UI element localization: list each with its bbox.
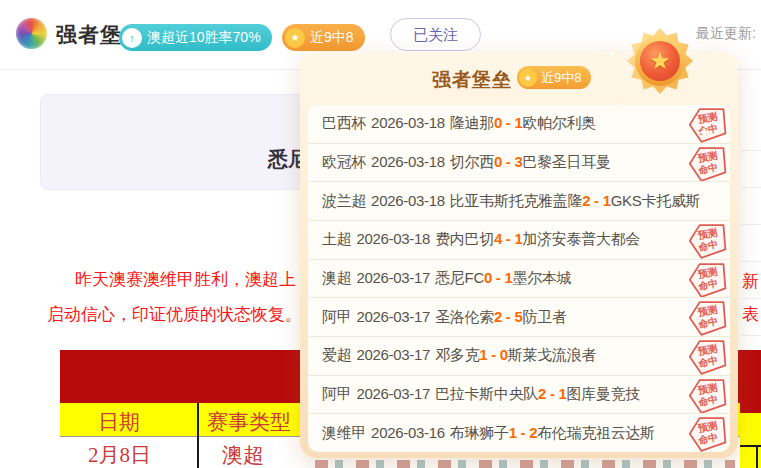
record-home-team: 布琳狮子 <box>450 424 509 441</box>
popup-streak-badge: ★ 近9中8 <box>517 66 591 89</box>
record-score: 4 - 1 <box>494 230 523 247</box>
prediction-hit-stamp-icon: 预测 命中 <box>685 257 730 300</box>
streak-badge-label: 近9中8 <box>310 29 354 47</box>
record-date: 2026-03-17 <box>356 346 430 363</box>
record-away-team: 墨尔本城 <box>512 269 571 286</box>
record-text: 爱超2026-03-17邓多克1 - 0斯莱戈流浪者 <box>322 346 596 365</box>
table-cell-date: 2月8日 <box>88 441 151 468</box>
sparkle-icon: ✦ <box>618 100 626 110</box>
record-score: 0 - 1 <box>494 114 523 131</box>
record-text: 阿甲2026-03-17巴拉卡斯中央队2 - 1图库曼竞技 <box>322 385 640 404</box>
record-league: 澳超 <box>322 269 351 286</box>
record-score: 2 - 1 <box>538 385 567 402</box>
record-text: 波兰超2026-03-18比亚韦斯托克雅盖隆2 - 1GKS卡托威斯 <box>322 192 700 211</box>
table-header-league-type: 赛事类型 <box>207 408 291 436</box>
record-date: 2026-03-18 <box>371 192 445 209</box>
table-border-right-vertical <box>756 445 758 468</box>
record-home-team: 比亚韦斯托克雅盖隆 <box>450 192 582 209</box>
profile-avatar[interactable] <box>16 18 47 49</box>
winrate-badge-label: 澳超近10胜率70% <box>147 29 261 47</box>
record-home-team: 隆迪那 <box>450 114 494 131</box>
background-divider <box>741 261 761 262</box>
record-score: 2 - 1 <box>582 192 611 209</box>
record-home-team: 巴拉卡斯中央队 <box>435 385 538 402</box>
streak-badge: ★ 近9中8 <box>282 24 365 51</box>
background-divider <box>741 335 761 336</box>
background-divider <box>741 224 761 225</box>
background-divider <box>741 298 761 299</box>
up-arrow-icon: ↑ <box>122 28 142 48</box>
record-away-team: 加济安泰普大都会 <box>522 230 640 247</box>
record-row[interactable]: 澳超2026-03-17悉尼FC0 - 1墨尔本城 预测 命中 <box>308 259 730 298</box>
record-date: 2026-03-17 <box>356 308 430 325</box>
record-text: 土超2026-03-18费内巴切4 - 1加济安泰普大都会 <box>322 230 640 249</box>
prediction-record-popup: 强者堡垒 ★ 近9中8 ★ ✦ ✦ ✦ ✦ 巴西杯2026-03-18隆迪那0 … <box>300 52 738 458</box>
table-column-border <box>197 403 199 468</box>
record-away-team: 图库曼竞技 <box>567 385 641 402</box>
record-home-team: 圣洛伦索 <box>435 308 494 325</box>
background-divider <box>741 187 761 188</box>
table-header-date: 日期 <box>98 408 140 436</box>
prediction-hit-stamp-icon: 预测 命中 <box>685 334 730 377</box>
record-league: 阿甲 <box>322 308 351 325</box>
record-score: 1 - 0 <box>479 346 508 363</box>
record-league: 土超 <box>322 230 351 247</box>
prediction-hit-stamp-icon: 预测 命中 <box>685 296 730 339</box>
record-date: 2026-03-18 <box>371 114 445 131</box>
prediction-hit-stamp-icon: 预测 命中 <box>685 218 730 261</box>
record-away-team: 欧帕尔利奥 <box>522 114 596 131</box>
star-icon: ★ <box>285 28 305 48</box>
record-date: 2026-03-18 <box>356 230 430 247</box>
followed-button[interactable]: 已关注 <box>390 18 481 51</box>
table-band-right-sliver <box>740 365 761 413</box>
record-away-team: 布伦瑞克祖云达斯 <box>537 424 655 441</box>
record-away-team: 斯莱戈流浪者 <box>508 346 596 363</box>
star-icon: ★ <box>519 69 537 87</box>
record-score: 0 - 1 <box>484 269 513 286</box>
prediction-hit-stamp-icon: 预测 命中 <box>685 373 730 416</box>
analysis-text-fragment-right1: 新 <box>742 270 759 293</box>
record-row[interactable]: 爱超2026-03-17邓多克1 - 0斯莱戈流浪者 预测 命中 <box>308 336 730 375</box>
record-home-team: 悉尼FC <box>435 269 484 286</box>
record-text: 阿甲2026-03-17圣洛伦索2 - 5防卫者 <box>322 308 567 327</box>
prediction-hit-stamp-icon: 预测 命中 <box>685 141 730 184</box>
record-list: 巴西杯2026-03-18隆迪那0 - 1欧帕尔利奥 预测 命中 欧冠杯2026… <box>308 105 730 452</box>
record-row[interactable]: 土超2026-03-18费内巴切4 - 1加济安泰普大都会 预测 命中 <box>308 220 730 259</box>
record-row[interactable]: 巴西杯2026-03-18隆迪那0 - 1欧帕尔利奥 预测 命中 <box>308 105 730 143</box>
record-row[interactable]: 阿甲2026-03-17圣洛伦索2 - 5防卫者 预测 命中 <box>308 297 730 336</box>
table-cell-league: 澳超 <box>222 441 264 468</box>
record-row[interactable]: 波兰超2026-03-18比亚韦斯托克雅盖隆2 - 1GKS卡托威斯 预测 命中 <box>308 181 730 220</box>
clipped-background-text <box>315 460 735 468</box>
record-home-team: 费内巴切 <box>435 230 494 247</box>
record-row[interactable]: 阿甲2026-03-17巴拉卡斯中央队2 - 1图库曼竞技 预测 命中 <box>308 375 730 414</box>
record-away-team: 防卫者 <box>522 308 566 325</box>
record-league: 澳维甲 <box>322 424 366 441</box>
record-row[interactable]: 欧冠杯2026-03-18切尔西0 - 3巴黎圣日耳曼 预测 命中 <box>308 143 730 182</box>
record-league: 波兰超 <box>322 192 366 209</box>
record-away-team: GKS卡托威斯 <box>611 192 701 209</box>
record-date: 2026-03-17 <box>356 269 430 286</box>
analysis-text-line2: 启动信心，印证优质的状态恢复。 <box>47 303 302 326</box>
record-league: 巴西杯 <box>322 114 366 131</box>
record-home-team: 邓多克 <box>435 346 479 363</box>
record-date: 2026-03-18 <box>371 153 445 170</box>
record-text: 澳超2026-03-17悉尼FC0 - 1墨尔本城 <box>322 269 571 288</box>
popup-streak-label: 近9中8 <box>541 69 581 87</box>
background-divider <box>741 150 761 151</box>
record-date: 2026-03-17 <box>356 385 430 402</box>
record-score: 0 - 3 <box>494 153 523 170</box>
winrate-badge: ↑ 澳超近10胜率70% <box>119 24 272 51</box>
record-text: 欧冠杯2026-03-18切尔西0 - 3巴黎圣日耳曼 <box>322 153 611 172</box>
analysis-text-fragment-right2: 表 <box>742 303 759 326</box>
record-away-team: 巴黎圣日耳曼 <box>522 153 610 170</box>
record-score: 2 - 5 <box>494 308 523 325</box>
record-row[interactable]: 澳维甲2026-03-16布琳狮子1 - 2布伦瑞克祖云达斯 预测 命中 <box>308 413 730 452</box>
record-league: 爱超 <box>322 346 351 363</box>
sparkle-icon: ✦ <box>698 36 706 46</box>
prediction-hit-stamp-icon: 预测 命中 <box>685 412 730 452</box>
popup-title: 强者堡垒 <box>432 67 512 93</box>
record-league: 阿甲 <box>322 385 351 402</box>
record-league: 欧冠杯 <box>322 153 366 170</box>
record-home-team: 切尔西 <box>450 153 494 170</box>
record-date: 2026-03-16 <box>371 424 445 441</box>
